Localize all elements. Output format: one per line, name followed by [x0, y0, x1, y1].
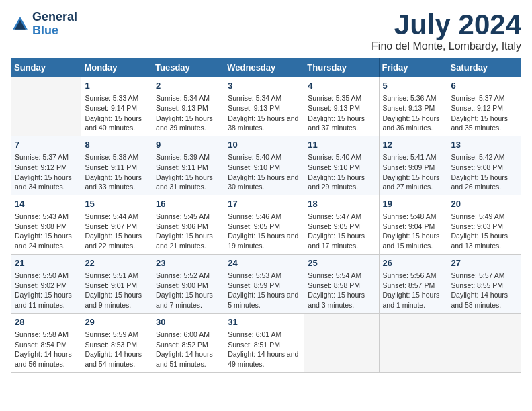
calendar-cell: 31Sunrise: 6:01 AMSunset: 8:51 PMDayligh… [224, 313, 304, 372]
calendar-cell: 28Sunrise: 5:58 AMSunset: 8:54 PMDayligh… [11, 313, 81, 372]
calendar-cell: 6Sunrise: 5:37 AMSunset: 9:12 PMDaylight… [447, 77, 521, 136]
logo-icon [11, 15, 30, 34]
calendar-cell [447, 313, 521, 372]
calendar-week-row: 14Sunrise: 5:43 AMSunset: 9:08 PMDayligh… [11, 195, 521, 254]
day-number: 8 [85, 139, 148, 151]
calendar-week-row: 21Sunrise: 5:50 AMSunset: 9:02 PMDayligh… [11, 254, 521, 313]
day-number: 13 [451, 139, 517, 151]
day-info: Sunrise: 5:38 AMSunset: 9:11 PMDaylight:… [85, 152, 148, 192]
calendar-cell: 5Sunrise: 5:36 AMSunset: 9:13 PMDaylight… [379, 77, 447, 136]
day-info: Sunrise: 5:57 AMSunset: 8:55 PMDaylight:… [451, 271, 517, 310]
day-info: Sunrise: 5:54 AMSunset: 8:58 PMDaylight:… [308, 271, 375, 310]
calendar-week-row: 1Sunrise: 5:33 AMSunset: 9:14 PMDaylight… [11, 77, 521, 136]
day-info: Sunrise: 5:53 AMSunset: 8:59 PMDaylight:… [228, 271, 300, 310]
day-number: 20 [451, 198, 517, 210]
weekday-header: Monday [81, 58, 152, 77]
calendar-cell: 20Sunrise: 5:49 AMSunset: 9:03 PMDayligh… [447, 195, 521, 254]
location: Fino del Monte, Lombardy, Italy [371, 40, 521, 52]
day-number: 27 [451, 257, 517, 269]
calendar-cell: 1Sunrise: 5:33 AMSunset: 9:14 PMDaylight… [81, 77, 152, 136]
day-info: Sunrise: 5:34 AMSunset: 9:13 PMDaylight:… [156, 93, 220, 133]
day-number: 11 [308, 139, 375, 151]
day-info: Sunrise: 5:45 AMSunset: 9:06 PMDaylight:… [156, 212, 220, 251]
calendar-cell: 26Sunrise: 5:56 AMSunset: 8:57 PMDayligh… [379, 254, 447, 313]
calendar-cell: 23Sunrise: 5:52 AMSunset: 9:00 PMDayligh… [152, 254, 224, 313]
weekday-header-row: SundayMondayTuesdayWednesdayThursdayFrid… [11, 58, 521, 77]
calendar-cell: 12Sunrise: 5:41 AMSunset: 9:09 PMDayligh… [379, 136, 447, 195]
day-number: 30 [156, 316, 220, 328]
day-info: Sunrise: 5:42 AMSunset: 9:08 PMDaylight:… [451, 152, 517, 192]
calendar-cell: 7Sunrise: 5:37 AMSunset: 9:12 PMDaylight… [11, 136, 81, 195]
weekday-header: Friday [379, 58, 447, 77]
weekday-header: Tuesday [152, 58, 224, 77]
calendar-cell: 14Sunrise: 5:43 AMSunset: 9:08 PMDayligh… [11, 195, 81, 254]
calendar-cell: 25Sunrise: 5:54 AMSunset: 8:58 PMDayligh… [304, 254, 379, 313]
day-info: Sunrise: 5:39 AMSunset: 9:11 PMDaylight:… [156, 152, 220, 192]
calendar-cell: 29Sunrise: 5:59 AMSunset: 8:53 PMDayligh… [81, 313, 152, 372]
calendar-cell: 2Sunrise: 5:34 AMSunset: 9:13 PMDaylight… [152, 77, 224, 136]
day-info: Sunrise: 5:34 AMSunset: 9:13 PMDaylight:… [228, 93, 300, 133]
day-number: 4 [308, 80, 375, 92]
day-number: 12 [383, 139, 444, 151]
day-number: 14 [15, 198, 77, 210]
logo-text: GeneralBlue [32, 11, 77, 38]
calendar-cell: 19Sunrise: 5:48 AMSunset: 9:04 PMDayligh… [379, 195, 447, 254]
weekday-header: Thursday [304, 58, 379, 77]
day-number: 5 [383, 80, 444, 92]
day-info: Sunrise: 5:37 AMSunset: 9:12 PMDaylight:… [451, 93, 517, 133]
calendar-cell [379, 313, 447, 372]
calendar-cell [11, 77, 81, 136]
calendar-table: SundayMondayTuesdayWednesdayThursdayFrid… [11, 58, 521, 373]
calendar-week-row: 28Sunrise: 5:58 AMSunset: 8:54 PMDayligh… [11, 313, 521, 372]
day-number: 17 [228, 198, 300, 210]
day-number: 7 [15, 139, 77, 151]
title-block: July 2024 Fino del Monte, Lombardy, Ital… [371, 11, 521, 52]
calendar-cell: 10Sunrise: 5:40 AMSunset: 9:10 PMDayligh… [224, 136, 304, 195]
day-number: 18 [308, 198, 375, 210]
month-title: July 2024 [371, 11, 521, 39]
calendar-week-row: 7Sunrise: 5:37 AMSunset: 9:12 PMDaylight… [11, 136, 521, 195]
calendar-cell: 16Sunrise: 5:45 AMSunset: 9:06 PMDayligh… [152, 195, 224, 254]
day-info: Sunrise: 5:52 AMSunset: 9:00 PMDaylight:… [156, 271, 220, 310]
day-number: 15 [85, 198, 148, 210]
day-info: Sunrise: 5:41 AMSunset: 9:09 PMDaylight:… [383, 152, 444, 192]
calendar-cell: 11Sunrise: 5:40 AMSunset: 9:10 PMDayligh… [304, 136, 379, 195]
calendar-cell: 30Sunrise: 6:00 AMSunset: 8:52 PMDayligh… [152, 313, 224, 372]
day-number: 28 [15, 316, 77, 328]
calendar-cell: 4Sunrise: 5:35 AMSunset: 9:13 PMDaylight… [304, 77, 379, 136]
day-number: 22 [85, 257, 148, 269]
day-number: 26 [383, 257, 444, 269]
day-info: Sunrise: 5:58 AMSunset: 8:54 PMDaylight:… [15, 330, 77, 369]
calendar-cell: 24Sunrise: 5:53 AMSunset: 8:59 PMDayligh… [224, 254, 304, 313]
day-info: Sunrise: 5:35 AMSunset: 9:13 PMDaylight:… [308, 93, 375, 133]
calendar-cell: 27Sunrise: 5:57 AMSunset: 8:55 PMDayligh… [447, 254, 521, 313]
page-header: GeneralBlue July 2024 Fino del Monte, Lo… [11, 11, 521, 52]
day-number: 16 [156, 198, 220, 210]
calendar-cell: 15Sunrise: 5:44 AMSunset: 9:07 PMDayligh… [81, 195, 152, 254]
day-info: Sunrise: 5:49 AMSunset: 9:03 PMDaylight:… [451, 212, 517, 251]
weekday-header: Wednesday [224, 58, 304, 77]
day-number: 6 [451, 80, 517, 92]
day-info: Sunrise: 5:48 AMSunset: 9:04 PMDaylight:… [383, 212, 444, 251]
weekday-header: Saturday [447, 58, 521, 77]
weekday-header: Sunday [11, 58, 81, 77]
day-number: 21 [15, 257, 77, 269]
calendar-cell: 17Sunrise: 5:46 AMSunset: 9:05 PMDayligh… [224, 195, 304, 254]
day-info: Sunrise: 6:01 AMSunset: 8:51 PMDaylight:… [228, 330, 300, 369]
day-info: Sunrise: 5:56 AMSunset: 8:57 PMDaylight:… [383, 271, 444, 310]
day-info: Sunrise: 5:51 AMSunset: 9:01 PMDaylight:… [85, 271, 148, 310]
day-info: Sunrise: 5:40 AMSunset: 9:10 PMDaylight:… [308, 152, 375, 192]
calendar-cell: 3Sunrise: 5:34 AMSunset: 9:13 PMDaylight… [224, 77, 304, 136]
day-number: 1 [85, 80, 148, 92]
calendar-cell: 22Sunrise: 5:51 AMSunset: 9:01 PMDayligh… [81, 254, 152, 313]
day-info: Sunrise: 5:37 AMSunset: 9:12 PMDaylight:… [15, 152, 77, 192]
day-info: Sunrise: 5:33 AMSunset: 9:14 PMDaylight:… [85, 93, 148, 133]
day-info: Sunrise: 5:47 AMSunset: 9:05 PMDaylight:… [308, 212, 375, 251]
day-number: 24 [228, 257, 300, 269]
day-number: 3 [228, 80, 300, 92]
day-number: 2 [156, 80, 220, 92]
day-number: 10 [228, 139, 300, 151]
day-number: 31 [228, 316, 300, 328]
calendar-cell [304, 313, 379, 372]
day-number: 25 [308, 257, 375, 269]
